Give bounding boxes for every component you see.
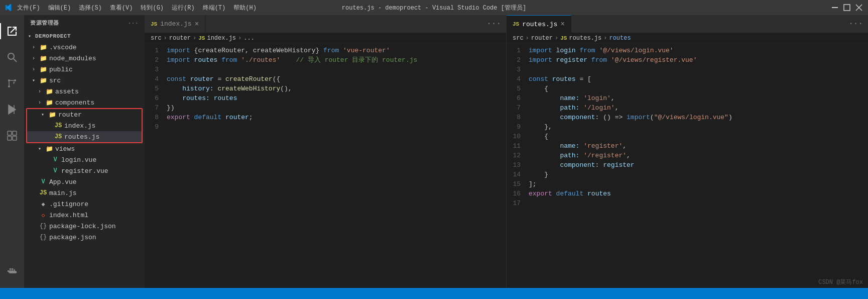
tab-more-button[interactable]: ···: [843, 15, 868, 33]
chevron-right-icon: ›: [38, 89, 44, 94]
tab-index-js[interactable]: JS index.js ×: [145, 15, 205, 33]
code-line: 5 history: createWebHistory(),: [145, 84, 506, 93]
code-line: 14 }: [507, 170, 868, 179]
svg-marker-9: [9, 105, 16, 114]
code-line: 6 name: 'login',: [507, 93, 868, 103]
sidebar-item-routes-js[interactable]: JS routes.js: [27, 131, 142, 142]
menu-edit[interactable]: 编辑(E): [48, 4, 71, 12]
code-line: 7}): [145, 103, 506, 113]
breadcrumb-sep: ›: [164, 35, 167, 42]
sidebar-item-gitignore[interactable]: ◆ .gitignore: [24, 198, 145, 210]
code-line: 2import routes from './routes' // 导入 rou…: [145, 55, 506, 65]
sidebar-item-main-js[interactable]: JS main.js: [24, 187, 145, 198]
minimize-icon[interactable]: [831, 4, 839, 12]
sidebar-item-package-lock[interactable]: {} package-lock.json: [24, 221, 145, 232]
sidebar-item-register-vue[interactable]: V register.vue: [24, 165, 145, 176]
chevron-down-icon: ▾: [32, 77, 38, 83]
left-breadcrumb: src › router › JS index.js › ...: [145, 33, 506, 44]
right-tab-bar: JS routes.js × ···: [507, 15, 868, 33]
right-breadcrumb: src › router › JS routes.js › routes: [507, 33, 868, 44]
line-content: export default routes: [527, 189, 868, 198]
sidebar-item-label: node_modules: [49, 55, 96, 62]
activity-run[interactable]: [0, 97, 24, 122]
line-number: 2: [507, 55, 527, 65]
activity-bottom: [0, 260, 24, 288]
right-editor-content[interactable]: 1import login from '@/views/login.vue'2i…: [507, 44, 868, 288]
html-file-icon: ◇: [39, 211, 47, 219]
folder-icon: 📁: [39, 43, 47, 51]
activity-explorer[interactable]: [0, 19, 24, 43]
js-tab-icon: JS: [151, 21, 157, 27]
line-content: routes: routes: [165, 93, 506, 103]
folder-icon: 📁: [48, 111, 56, 119]
sidebar-item-label: index.js: [64, 122, 95, 130]
code-line: 16export default routes: [507, 189, 868, 198]
more-icon[interactable]: ···: [128, 20, 139, 26]
menu-select[interactable]: 选择(S): [79, 4, 102, 12]
sidebar: 资源管理器 ··· ▾ DEMOPROECT › 📁 .vscode › 📁 n…: [24, 15, 145, 288]
line-number: 16: [507, 189, 527, 198]
sidebar-item-index-html[interactable]: ◇ index.html: [24, 210, 145, 221]
sidebar-item-public[interactable]: › 📁 public: [24, 64, 145, 75]
svg-point-8: [8, 79, 10, 81]
menu-run[interactable]: 运行(R): [172, 4, 195, 12]
sidebar-item-src[interactable]: ▾ 📁 src: [24, 75, 145, 86]
sidebar-item-app-vue[interactable]: V App.vue: [24, 176, 145, 187]
sidebar-item-vscode[interactable]: › 📁 .vscode: [24, 42, 145, 53]
left-editor-content[interactable]: 1import {createRouter, createWebHistory}…: [145, 44, 506, 288]
right-editor-panel: JS routes.js × ··· src › router › JS rou…: [507, 15, 868, 288]
project-root[interactable]: ▾ DEMOPROECT: [24, 31, 145, 42]
tab-more-button[interactable]: ···: [481, 15, 506, 33]
vue-file-icon: V: [51, 156, 59, 164]
sidebar-item-components[interactable]: › 📁 components: [24, 97, 145, 108]
breadcrumb-src: src: [513, 35, 524, 42]
line-content: name: 'register',: [527, 141, 868, 151]
menu-terminal[interactable]: 终端(T): [203, 4, 226, 12]
title-bar-menu: 文件(F) 编辑(E) 选择(S) 查看(V) 转到(G) 运行(R) 终端(T…: [17, 4, 257, 12]
sidebar-item-label: assets: [55, 88, 79, 95]
sidebar-item-label: main.js: [49, 189, 77, 197]
menu-view[interactable]: 查看(V): [110, 4, 133, 12]
line-number: 1: [507, 46, 527, 55]
title-bar: 文件(F) 编辑(E) 选择(S) 查看(V) 转到(G) 运行(R) 终端(T…: [0, 0, 868, 15]
tab-routes-js[interactable]: JS routes.js ×: [507, 15, 571, 33]
menu-file[interactable]: 文件(F): [17, 4, 40, 12]
line-content: import login from '@/views/login.vue': [527, 46, 868, 55]
code-line: 6 routes: routes: [145, 93, 506, 103]
sidebar-item-login-vue[interactable]: V login.vue: [24, 154, 145, 165]
sidebar-item-index-js[interactable]: JS index.js: [27, 120, 142, 131]
js-file-icon: JS: [54, 122, 62, 130]
folder-icon: 📁: [39, 65, 47, 73]
sidebar-item-node-modules[interactable]: › 📁 node_modules: [24, 53, 145, 64]
activity-search[interactable]: [0, 45, 24, 69]
line-number: 9: [145, 122, 165, 132]
menu-goto[interactable]: 转到(G): [141, 4, 164, 12]
svg-point-6: [8, 85, 10, 87]
svg-rect-11: [8, 131, 12, 135]
activity-docker[interactable]: [0, 260, 24, 284]
sidebar-item-package[interactable]: {} package.json: [24, 232, 145, 243]
sidebar-item-assets[interactable]: › 📁 assets: [24, 86, 145, 97]
maximize-icon[interactable]: [843, 4, 851, 12]
sidebar-item-label: package.json: [49, 234, 96, 241]
window-controls[interactable]: [831, 4, 863, 12]
sidebar-header-icons: ···: [128, 20, 139, 26]
code-line: 1import {createRouter, createWebHistory}…: [145, 46, 506, 55]
line-number: 4: [145, 74, 165, 84]
breadcrumb-sep: ›: [193, 35, 196, 42]
tab-close-button[interactable]: ×: [560, 20, 564, 28]
sidebar-item-router[interactable]: ▾ 📁 router: [27, 109, 142, 120]
menu-help[interactable]: 帮助(H): [233, 4, 257, 12]
activity-source-control[interactable]: [0, 71, 24, 95]
code-line: 7 path: '/login',: [507, 103, 868, 113]
line-content: import register from '@/views/register.v…: [527, 55, 868, 65]
svg-rect-18: [10, 268, 11, 270]
close-icon[interactable]: [855, 4, 863, 12]
sidebar-item-views[interactable]: ▾ 📁 views: [24, 143, 145, 154]
js-icon: JS: [560, 35, 567, 41]
line-content: import routes from './routes' // 导入 rout…: [165, 55, 506, 65]
sidebar-item-label: .vscode: [49, 44, 77, 51]
line-content: const router = createRouter({: [165, 74, 506, 84]
activity-extensions[interactable]: [0, 124, 24, 148]
tab-close-button[interactable]: ×: [195, 20, 199, 28]
